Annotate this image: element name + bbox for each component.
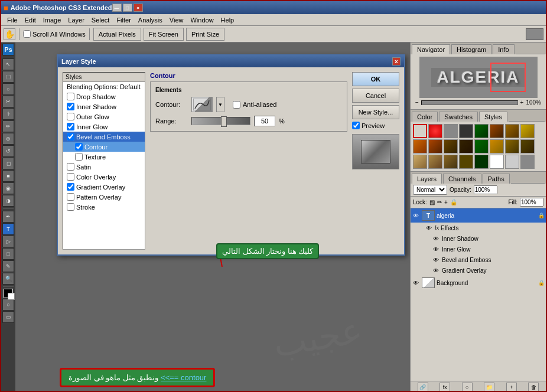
new-group-button[interactable]: 📁 — [484, 383, 494, 392]
effect-bevel-emboss[interactable]: 👁 Bevel and Emboss — [411, 254, 546, 265]
color-overlay-check[interactable] — [67, 173, 74, 181]
style-swatch-21[interactable] — [490, 155, 504, 169]
style-swatch-10[interactable] — [444, 139, 458, 153]
style-texture[interactable]: Texture — [63, 152, 145, 162]
tab-channels[interactable]: Channels — [443, 174, 481, 184]
eyedropper-tool[interactable]: 🔍 — [2, 273, 14, 285]
contour-check[interactable] — [75, 143, 83, 151]
zoom-slider[interactable] — [421, 100, 518, 105]
menu-edit[interactable]: Edit — [21, 15, 40, 25]
move-tool[interactable]: ↖ — [2, 58, 14, 70]
style-pattern-overlay[interactable]: Pattern Overlay — [63, 192, 145, 202]
screen-mode-tool[interactable]: ▭ — [2, 311, 14, 323]
effect-inner-glow[interactable]: 👁 Inner Glow — [411, 244, 546, 254]
eye-gradient-overlay[interactable]: 👁 — [432, 266, 440, 275]
anti-aliased-checkbox[interactable] — [233, 101, 240, 109]
satin-check[interactable] — [67, 163, 74, 171]
notes-tool[interactable]: ✎ — [2, 260, 14, 272]
fit-screen-button[interactable]: Fit Screen — [144, 28, 184, 41]
menu-image[interactable]: Image — [40, 15, 65, 25]
style-satin[interactable]: Satin — [63, 162, 145, 172]
menu-analysis[interactable]: Analysis — [135, 15, 166, 25]
contour-picker[interactable] — [191, 97, 213, 112]
style-swatch-20[interactable] — [474, 155, 489, 169]
style-swatch-1[interactable] — [428, 124, 442, 138]
menu-view[interactable]: View — [166, 15, 187, 25]
crop-tool[interactable]: ✂ — [2, 96, 14, 107]
style-swatch-2[interactable] — [444, 124, 458, 138]
style-swatch-13[interactable] — [490, 139, 504, 153]
style-inner-glow[interactable]: Inner Glow — [63, 122, 145, 132]
eraser-tool[interactable]: ◻ — [2, 158, 14, 169]
menu-file[interactable]: File — [4, 15, 21, 25]
eye-effects[interactable]: 👁 — [425, 224, 433, 232]
menu-filter[interactable]: Filter — [113, 15, 134, 25]
opacity-input[interactable] — [474, 185, 497, 194]
tab-styles[interactable]: Styles — [479, 112, 507, 122]
menu-window[interactable]: Window — [187, 15, 217, 25]
lock-image-icon[interactable]: ✏ — [437, 199, 442, 205]
style-stroke[interactable]: Stroke — [63, 202, 145, 212]
style-swatch-19[interactable] — [459, 155, 473, 169]
tab-paths[interactable]: Paths — [483, 174, 510, 184]
new-layer-button[interactable]: + — [506, 383, 517, 392]
eye-icon-background[interactable]: 👁 — [412, 279, 420, 287]
style-swatch-7[interactable] — [520, 124, 535, 138]
tab-histogram[interactable]: Histogram — [451, 44, 491, 54]
clone-tool[interactable]: ⊕ — [2, 133, 14, 145]
style-swatch-8[interactable] — [413, 139, 427, 153]
effect-gradient-overlay[interactable]: 👁 Gradient Overlay — [411, 265, 546, 276]
style-outer-glow[interactable]: Outer Glow — [63, 112, 145, 122]
fill-input[interactable] — [520, 198, 543, 207]
contour-dropdown-button[interactable]: ▼ — [216, 97, 224, 112]
zoom-minus-icon[interactable]: − — [415, 99, 419, 106]
tab-info[interactable]: Info — [493, 44, 514, 54]
add-style-button[interactable]: fx — [439, 383, 450, 392]
add-mask-button[interactable]: ○ — [462, 383, 473, 392]
eye-inner-glow[interactable]: 👁 — [432, 245, 440, 253]
shape-tool[interactable]: □ — [2, 248, 14, 260]
patch-tool[interactable]: ⚕ — [2, 108, 14, 120]
link-layers-button[interactable]: 🔗 — [418, 383, 428, 392]
style-swatch-12[interactable] — [474, 139, 489, 153]
menu-layer[interactable]: Layer — [64, 15, 88, 25]
actual-pixels-button[interactable]: Actual Pixels — [93, 28, 141, 41]
menu-help[interactable]: Help — [217, 15, 238, 25]
style-swatch-4[interactable] — [474, 124, 489, 138]
style-gradient-overlay[interactable]: Gradient Overlay — [63, 182, 145, 192]
range-slider[interactable] — [191, 117, 250, 125]
style-contour[interactable]: Contour — [63, 142, 145, 152]
style-swatch-18[interactable] — [444, 155, 458, 169]
gradient-overlay-check[interactable] — [67, 183, 74, 191]
tab-layers[interactable]: Layers — [412, 174, 442, 184]
stroke-check[interactable] — [67, 203, 74, 211]
preview-checkbox[interactable] — [352, 122, 360, 129]
style-drop-shadow[interactable]: Drop Shadow — [63, 92, 145, 102]
style-swatch-14[interactable] — [505, 139, 519, 153]
brush-tool[interactable]: ✏ — [2, 120, 14, 132]
outer-glow-check[interactable] — [67, 113, 74, 120]
style-swatch-23[interactable] — [520, 155, 535, 169]
range-value-input[interactable] — [254, 116, 275, 126]
style-swatch-3[interactable] — [459, 124, 473, 138]
style-color-overlay[interactable]: Color Overlay — [63, 172, 145, 182]
blend-mode-select[interactable]: Normal Multiply Screen — [413, 185, 447, 195]
foreground-color[interactable] — [4, 289, 13, 298]
dialog-close-button[interactable]: × — [392, 57, 401, 66]
style-swatch-15[interactable] — [520, 139, 535, 153]
pen-tool[interactable]: ✒ — [2, 211, 14, 223]
pattern-overlay-check[interactable] — [67, 193, 74, 201]
close-button[interactable]: × — [134, 4, 143, 12]
maximize-button[interactable]: □ — [123, 4, 132, 12]
lock-all-icon[interactable]: 🔒 — [450, 199, 457, 205]
delete-layer-button[interactable]: 🗑 — [528, 383, 539, 392]
print-size-button[interactable]: Print Size — [186, 28, 224, 41]
style-swatch-11[interactable] — [459, 139, 473, 153]
style-swatch-9[interactable] — [428, 139, 442, 153]
lasso-tool[interactable]: ○ — [2, 83, 14, 95]
lock-transparent-icon[interactable]: ▨ — [429, 199, 435, 205]
drop-shadow-check[interactable] — [67, 93, 74, 100]
effect-inner-shadow[interactable]: 👁 Inner Shadow — [411, 233, 546, 244]
eye-bevel-emboss[interactable]: 👁 — [432, 256, 440, 264]
quick-mask-tool[interactable]: ○ — [2, 299, 14, 311]
